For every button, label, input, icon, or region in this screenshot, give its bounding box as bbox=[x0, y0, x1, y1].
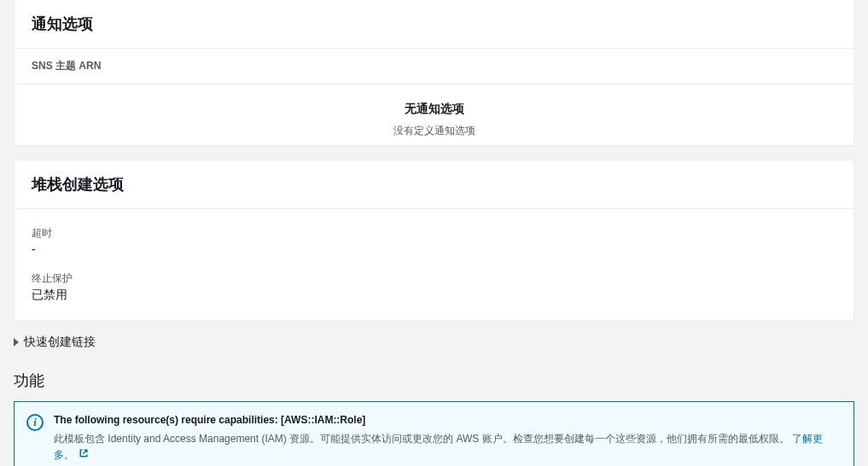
notification-empty-desc: 没有定义通知选项 bbox=[15, 124, 853, 138]
sns-topic-arn-label: SNS 主题 ARN bbox=[15, 49, 853, 84]
termination-protection-group: 终止保护 已禁用 bbox=[32, 271, 836, 303]
stack-creation-options-title: 堆栈创建选项 bbox=[15, 160, 853, 209]
caret-right-icon bbox=[14, 338, 19, 347]
termination-protection-label: 终止保护 bbox=[32, 271, 836, 286]
external-link-icon bbox=[79, 447, 89, 463]
capabilities-info-desc: 此模板包含 Identity and Access Management (IA… bbox=[54, 431, 840, 463]
stack-creation-options-body: 超时 - 终止保护 已禁用 bbox=[15, 209, 853, 320]
info-icon: i bbox=[26, 414, 44, 431]
notification-options-title: 通知选项 bbox=[15, 0, 853, 49]
notification-empty-title: 无通知选项 bbox=[15, 102, 853, 117]
capabilities-section-title: 功能 bbox=[14, 370, 854, 391]
capabilities-info-content: The following resource(s) require capabi… bbox=[54, 414, 840, 466]
termination-protection-value: 已禁用 bbox=[32, 288, 836, 303]
timeout-value: - bbox=[32, 242, 836, 256]
capabilities-info-desc-text: 此模板包含 Identity and Access Management (IA… bbox=[54, 433, 789, 445]
quick-create-link-label: 快速创建链接 bbox=[24, 335, 96, 350]
quick-create-link-expander[interactable]: 快速创建链接 bbox=[14, 335, 854, 350]
notification-empty-state: 无通知选项 没有定义通知选项 bbox=[15, 84, 853, 145]
timeout-label: 超时 bbox=[32, 226, 836, 241]
capabilities-info-title: The following resource(s) require capabi… bbox=[54, 414, 840, 426]
notification-options-panel: 通知选项 SNS 主题 ARN 无通知选项 没有定义通知选项 bbox=[14, 0, 854, 146]
stack-creation-options-panel: 堆栈创建选项 超时 - 终止保护 已禁用 bbox=[14, 160, 854, 321]
timeout-group: 超时 - bbox=[32, 226, 836, 256]
capabilities-info-box: i The following resource(s) require capa… bbox=[14, 401, 854, 466]
